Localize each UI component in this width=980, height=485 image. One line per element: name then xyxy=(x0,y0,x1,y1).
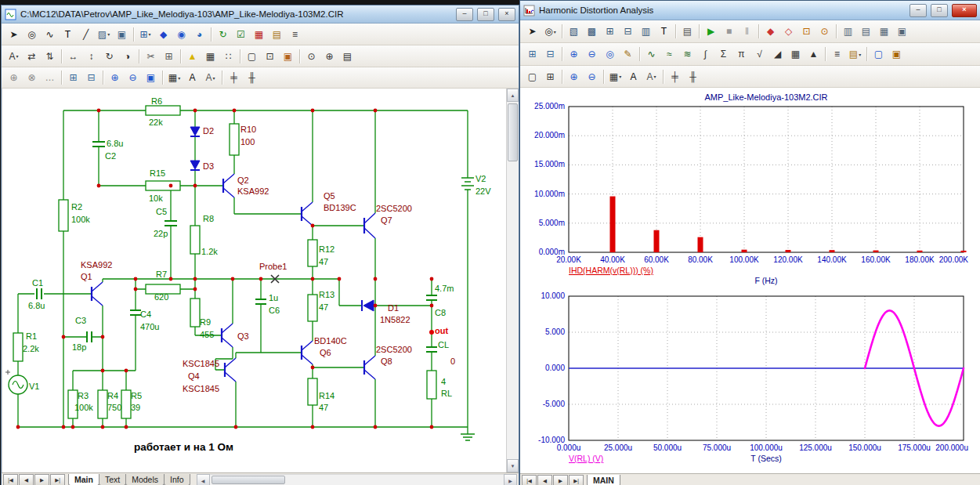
border-display-icon[interactable]: ▣ xyxy=(279,48,297,65)
schematic-label[interactable]: C3 xyxy=(75,316,86,325)
schematic-label[interactable]: R2 xyxy=(71,202,82,212)
schematic-label[interactable]: out xyxy=(435,326,448,335)
waveform-buffer-icon[interactable]: ▣ xyxy=(888,45,906,63)
harmonic-bar[interactable] xyxy=(610,197,616,252)
schematic-label[interactable]: C2 xyxy=(105,151,116,161)
schematic-label[interactable]: R5 xyxy=(131,391,142,400)
edit-icon[interactable]: ✎ xyxy=(619,45,637,63)
select-mode-icon[interactable]: ➤ xyxy=(523,23,541,40)
select-mode-icon[interactable]: ➤ xyxy=(5,26,23,43)
page-info-icon[interactable]: ▤ xyxy=(338,48,356,65)
page-tab-info[interactable]: Info xyxy=(164,474,190,485)
vertical-spacing-icon[interactable]: ╫ xyxy=(243,69,261,86)
close-button[interactable]: × xyxy=(952,4,977,17)
schematic-label[interactable]: 2SC5200 xyxy=(376,345,412,354)
integral-icon[interactable]: ∫ xyxy=(696,45,714,63)
schematic-label[interactable]: Q1 xyxy=(81,272,92,281)
vertical-scrollbar[interactable]: ▲ ▼ xyxy=(506,89,519,472)
schematic-label[interactable]: Q3 xyxy=(237,331,249,341)
step-box-icon[interactable]: ⇄ xyxy=(23,48,41,65)
scroll-right-button[interactable]: ▶ xyxy=(504,474,517,485)
schematic-label[interactable]: 18p xyxy=(72,342,86,352)
right-titlebar[interactable]: Harmonic Distortion Analysis – □ × xyxy=(520,1,980,20)
font-settings-icon[interactable]: A▾ xyxy=(201,69,219,86)
schematic-label[interactable]: 2.2k xyxy=(23,344,39,353)
schematic-label[interactable]: 22p xyxy=(154,229,168,238)
schematic-label[interactable]: C1 xyxy=(32,278,43,288)
find-part-icon[interactable]: A▾ xyxy=(5,48,23,65)
grid-snap-icon[interactable]: ▦ xyxy=(201,48,219,65)
plot-area[interactable]: AMP_Like-Melodiya-103M2.CIR25.000m20.000… xyxy=(520,88,980,473)
expand-all-icon[interactable]: ⊕ xyxy=(5,69,23,86)
zoom-out-icon[interactable]: ⊖ xyxy=(583,68,601,85)
vertical-spacing-icon[interactable]: ╫ xyxy=(684,68,702,85)
zoom-in-icon[interactable]: ⊕ xyxy=(565,45,583,63)
harmonic-bar[interactable] xyxy=(917,251,923,252)
schematic-label[interactable]: 22k xyxy=(149,118,163,127)
dropdown-arrow-icon[interactable]: ▾ xyxy=(859,52,861,57)
nav-prev-button[interactable]: ◀ xyxy=(19,474,34,485)
text-tool-icon[interactable]: T xyxy=(59,26,77,43)
schematic-label[interactable]: 47 xyxy=(319,257,328,266)
schematic-canvas[interactable]: R622k6.8uC2R1510kD2D3R10100Q2KSA992R2100… xyxy=(2,89,506,472)
schematic-label[interactable]: R7 xyxy=(156,270,167,279)
select-region-icon[interactable]: ▢ xyxy=(523,68,541,85)
search-icon[interactable]: ⊙ xyxy=(302,48,320,65)
schematic-label[interactable]: Q8 xyxy=(381,357,392,366)
schematic-label[interactable]: KSA992 xyxy=(237,186,269,196)
diodes[interactable] xyxy=(190,127,374,311)
schematic-label[interactable]: R14 xyxy=(319,391,335,400)
schematic-label[interactable]: D1 xyxy=(388,303,399,313)
clipboard-icon[interactable]: ▤▾ xyxy=(846,45,864,63)
schematic-label[interactable]: R13 xyxy=(319,290,335,299)
schematic-label[interactable]: R1 xyxy=(26,331,37,341)
close-button[interactable]: × xyxy=(498,8,515,21)
scroll-down-button[interactable]: ▼ xyxy=(507,459,519,472)
schematic-label[interactable]: C6 xyxy=(269,306,280,315)
page-tab-main[interactable]: MAIN xyxy=(587,475,620,485)
favorites-icon[interactable]: ◆ xyxy=(154,26,172,43)
schematic-label[interactable]: D3 xyxy=(203,161,214,171)
horizontal-spacing-icon[interactable]: ╪ xyxy=(225,69,243,86)
go-to-y-icon[interactable]: ⊙ xyxy=(815,23,834,40)
hscroll-thumb[interactable] xyxy=(212,476,285,484)
scale-mode-icon[interactable]: ▧ xyxy=(565,23,583,40)
dropdown-arrow-icon[interactable]: ▾ xyxy=(107,31,110,37)
schematic-label[interactable]: 22V xyxy=(476,186,491,196)
schematic-label[interactable]: V2 xyxy=(476,174,486,183)
nav-last-button[interactable]: ▶| xyxy=(50,474,65,485)
dropdown-arrow-icon[interactable]: ▾ xyxy=(16,53,19,59)
schematic-label[interactable]: R8 xyxy=(203,214,214,223)
schematic-label[interactable]: Probe1 xyxy=(259,262,287,271)
page-setup-icon[interactable]: ⊡ xyxy=(261,48,279,65)
paste-to-page-icon[interactable]: ⊟ xyxy=(82,69,100,86)
stack-plots-icon[interactable]: ≡ xyxy=(828,45,846,63)
tile-vertical-icon[interactable]: ▥ xyxy=(839,23,857,40)
pan-mode-icon[interactable]: ◎▾ xyxy=(541,23,559,40)
schematic-label[interactable]: 0 xyxy=(450,357,455,366)
schematic-label[interactable]: 750 xyxy=(107,403,121,412)
schematic-label[interactable]: 100 xyxy=(240,137,255,147)
schematic-label[interactable]: CL xyxy=(438,340,449,349)
zoom-in-icon[interactable]: ⊕ xyxy=(106,69,124,86)
step-list-icon[interactable]: ⇅ xyxy=(41,48,59,65)
schematic-label[interactable]: 4 xyxy=(441,377,446,386)
schematic-label[interactable]: 6.8u xyxy=(28,301,45,310)
schematic-label[interactable]: Q5 xyxy=(324,191,335,201)
vscroll-track[interactable] xyxy=(507,102,519,459)
schematic-label[interactable]: 4.7m xyxy=(435,284,454,293)
picture-tool-icon[interactable]: ▣ xyxy=(113,26,131,43)
single-layout-icon[interactable]: ⊟ xyxy=(541,45,559,63)
digital-grid-icon[interactable]: ▦ xyxy=(250,26,268,43)
font-options-icon[interactable]: A▾ xyxy=(642,68,660,85)
nav-next-button[interactable]: ▶ xyxy=(34,474,49,485)
schematic-label[interactable]: KSA992 xyxy=(81,260,112,270)
go-to-x-icon[interactable]: ⊡ xyxy=(797,23,815,40)
sqrt-func-icon[interactable]: √ xyxy=(750,45,768,63)
warning-triangle-icon[interactable]: ▲ xyxy=(183,48,201,65)
cut-icon[interactable]: ✂ xyxy=(142,48,160,65)
schematic-label[interactable]: 2SC5200 xyxy=(376,204,412,213)
schematic-label[interactable]: R3 xyxy=(78,391,89,400)
help-icon[interactable]: ◕ xyxy=(190,26,208,43)
schematic-label[interactable]: 6.8u xyxy=(107,139,123,148)
